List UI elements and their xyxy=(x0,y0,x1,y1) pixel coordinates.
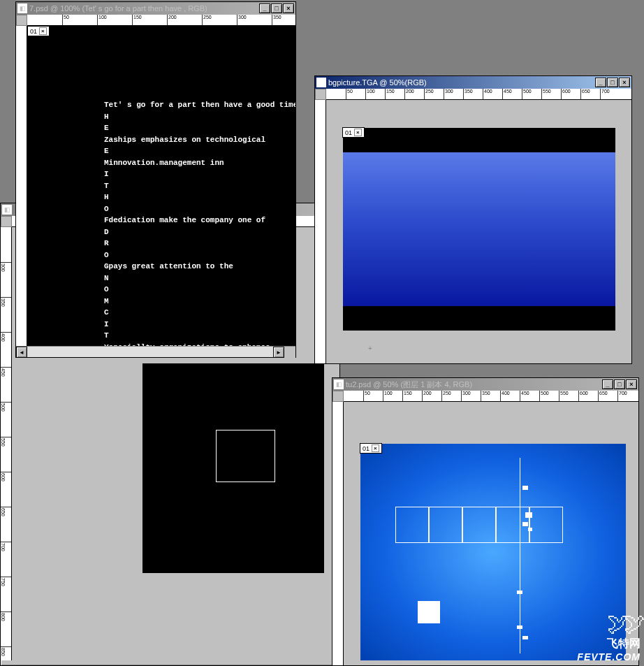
win2-ruler-vertical[interactable] xyxy=(315,100,326,363)
win1-title: 7.psd @ 100% (Tet' s go for a part then … xyxy=(29,4,258,13)
app-icon: ◧ xyxy=(2,205,12,215)
document-tab[interactable]: 01 × xyxy=(27,26,50,36)
tab-close-icon[interactable]: × xyxy=(354,129,362,136)
document-canvas-black xyxy=(142,363,324,573)
outline-box xyxy=(462,507,496,543)
document-text-content: Tet' s go for a part then have a good ti… xyxy=(104,99,295,346)
box-row xyxy=(395,507,563,543)
document-canvas: 01 × xyxy=(343,128,615,331)
app-icon: ◧ xyxy=(334,379,344,389)
app-icon: ◧ xyxy=(17,3,27,13)
win1-ruler-horizontal[interactable]: 50100150200250300350 xyxy=(27,15,295,26)
minimize-button[interactable]: _ xyxy=(602,379,613,389)
solid-square xyxy=(418,601,440,623)
small-square xyxy=(522,522,528,526)
win1-scrollbar-horizontal[interactable]: ◄ ► xyxy=(16,346,295,357)
minimize-button[interactable]: _ xyxy=(595,78,606,87)
small-square xyxy=(522,636,528,639)
win2-title: bgpicture.TGA @ 50%(RGB) xyxy=(328,78,594,87)
maximize-button[interactable]: □ xyxy=(271,3,282,13)
outline-box xyxy=(395,507,429,543)
bg-ruler-vertical[interactable]: 300350400450500550600650700750800850 xyxy=(1,227,12,660)
tab-label: 01 xyxy=(345,129,352,136)
small-square xyxy=(525,512,532,518)
selection-rectangle[interactable] xyxy=(216,430,275,482)
outline-box xyxy=(529,507,563,543)
win3-title: tu2.psd @ 50% (图层 1 副本 4, RGB) xyxy=(346,379,601,390)
close-button[interactable]: × xyxy=(283,3,294,13)
document-tab[interactable]: 01 × xyxy=(342,127,365,138)
app-icon: ◧ xyxy=(316,78,326,87)
watermark-text: 飞特网 xyxy=(577,637,641,651)
tab-label: 01 xyxy=(363,445,369,452)
win1-titlebar[interactable]: ◧ 7.psd @ 100% (Tet' s go for a part the… xyxy=(16,2,295,15)
ruler-corner xyxy=(1,216,12,227)
wings-icon: 🕊🕊 xyxy=(577,611,641,637)
small-square xyxy=(517,625,522,629)
win2-canvas[interactable]: 01 × + xyxy=(326,100,631,363)
small-square xyxy=(528,528,532,531)
watermark: 🕊🕊 飞特网 FEVTE.COM xyxy=(577,611,641,663)
center-crosshair-icon: + xyxy=(368,345,375,352)
gradient-fill xyxy=(343,152,615,306)
watermark-url: FEVTE.COM xyxy=(577,651,641,663)
tab-label: 01 xyxy=(30,28,37,35)
scroll-corner xyxy=(284,347,295,358)
win3-ruler-vertical[interactable] xyxy=(332,402,344,665)
ruler-corner xyxy=(315,89,326,100)
minimize-button[interactable]: _ xyxy=(259,3,270,13)
tab-close-icon[interactable]: × xyxy=(372,444,379,452)
ruler-corner xyxy=(16,15,27,26)
scroll-right-button[interactable]: ► xyxy=(273,347,284,358)
outline-box xyxy=(429,507,462,543)
close-button[interactable]: × xyxy=(626,379,637,389)
win2-titlebar[interactable]: ◧ bgpicture.TGA @ 50%(RGB) _ □ × xyxy=(315,76,631,89)
vertical-guide xyxy=(520,458,520,653)
scroll-left-button[interactable]: ◄ xyxy=(16,347,27,358)
maximize-button[interactable]: □ xyxy=(607,78,618,87)
close-button[interactable]: × xyxy=(619,78,630,87)
win1-ruler-vertical[interactable] xyxy=(16,26,27,346)
win1-canvas[interactable]: 01 × Tet' s go for a part then have a go… xyxy=(27,26,295,346)
scroll-track[interactable] xyxy=(27,347,273,357)
window-bgpicture-tga: ◧ bgpicture.TGA @ 50%(RGB) _ □ × 5010015… xyxy=(314,75,632,364)
small-square xyxy=(522,486,528,490)
win3-ruler-horizontal[interactable]: 5010015020025030035040045050055060065070… xyxy=(344,391,638,402)
tab-close-icon[interactable]: × xyxy=(39,27,47,35)
window-7-psd: ◧ 7.psd @ 100% (Tet' s go for a part the… xyxy=(15,1,296,358)
document-tab[interactable]: 01 × xyxy=(360,443,382,454)
small-square xyxy=(517,591,522,594)
maximize-button[interactable]: □ xyxy=(614,379,625,389)
ruler-corner xyxy=(332,391,344,402)
win2-ruler-horizontal[interactable]: 5010015020025030035040045050055060065070… xyxy=(326,89,631,100)
win3-titlebar[interactable]: ◧ tu2.psd @ 50% (图层 1 副本 4, RGB) _ □ × xyxy=(332,378,638,391)
